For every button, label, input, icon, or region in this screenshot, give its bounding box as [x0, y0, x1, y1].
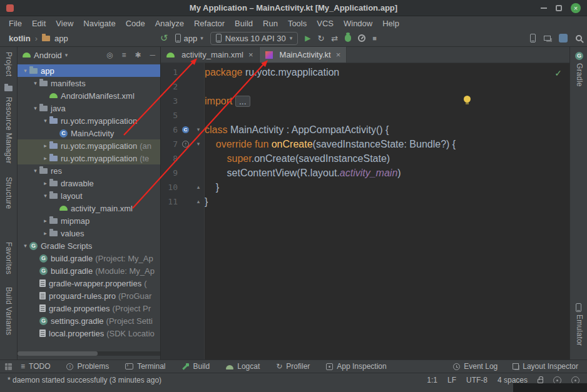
- file-encoding[interactable]: UTF-8: [466, 376, 487, 384]
- inspection-ok-icon[interactable]: ✓: [554, 68, 562, 78]
- tree-item-values[interactable]: ▸values: [18, 227, 160, 239]
- breadcrumb-module[interactable]: kotlin: [9, 34, 31, 43]
- tool-windows-quick-access-icon[interactable]: [5, 363, 12, 370]
- tree-item-gradle-scripts[interactable]: ▾Gradle Scripts: [18, 239, 160, 252]
- settings-icon[interactable]: ✱: [135, 51, 141, 59]
- maximize-button[interactable]: [556, 5, 562, 11]
- tree-item-build-gradle[interactable]: build.gradle(Project: My_Ap: [18, 252, 160, 264]
- chevron-right-icon[interactable]: ▸: [41, 230, 49, 236]
- line-number[interactable]: 9: [161, 166, 178, 180]
- tool-button-terminal[interactable]: Terminal: [125, 362, 165, 371]
- tree-item-mainactivity[interactable]: MainActivity: [18, 127, 160, 139]
- collapse-all-icon[interactable]: ≡: [121, 51, 126, 59]
- tree-item-layout[interactable]: ▾layout: [18, 189, 160, 202]
- line-number[interactable]: 10: [161, 180, 178, 194]
- line-number[interactable]: 5: [161, 108, 178, 123]
- tree-item-activity-main-xml[interactable]: activity_main.xml: [18, 202, 160, 214]
- tool-button-project[interactable]: Project: [4, 52, 13, 76]
- tree-item-res[interactable]: ▾res: [18, 164, 160, 177]
- layout-validation-icon[interactable]: [544, 36, 551, 41]
- line-number[interactable]: 1: [161, 65, 178, 79]
- project-view-select[interactable]: Android: [34, 51, 62, 60]
- menu-edit[interactable]: Edit: [27, 19, 51, 28]
- tool-button-build[interactable]: Build: [182, 362, 210, 371]
- chevron-down-icon[interactable]: ▾: [41, 118, 49, 124]
- tree-item-settings-gradle[interactable]: settings.gradle(Project Setti: [18, 314, 160, 327]
- gradle-icon[interactable]: [575, 52, 583, 60]
- line-number[interactable]: 6: [161, 123, 178, 137]
- tab-mainactivity-kt[interactable]: MainActivity.kt×: [260, 47, 347, 63]
- search-everywhere-icon[interactable]: [576, 35, 582, 41]
- caret-position[interactable]: 1:1: [427, 376, 437, 384]
- favorites-folder-icon[interactable]: [4, 86, 13, 91]
- sync-project-icon[interactable]: ↺: [160, 33, 168, 44]
- chevron-down-icon[interactable]: ▾: [31, 168, 39, 174]
- tree-item-ru-yotc-myapplication[interactable]: ▾ru.yotc.myapplication: [18, 114, 160, 127]
- status-message[interactable]: * daemon started successfully (3 minutes…: [8, 376, 427, 384]
- emulator-icon[interactable]: [576, 303, 581, 312]
- menu-build[interactable]: Build: [230, 19, 258, 28]
- menu-analyze[interactable]: Analyze: [150, 19, 189, 28]
- line-number[interactable]: 3: [161, 94, 178, 108]
- tool-button-todo[interactable]: TODO: [21, 362, 50, 371]
- tool-button-app-inspection[interactable]: App Inspection: [326, 362, 386, 371]
- menu-refactor[interactable]: Refactor: [189, 19, 230, 28]
- chevron-down-icon[interactable]: ▾: [31, 80, 39, 86]
- menu-window[interactable]: Window: [339, 19, 377, 28]
- chevron-right-icon[interactable]: ▸: [41, 143, 49, 149]
- menu-code[interactable]: Code: [121, 19, 150, 28]
- run-button[interactable]: ▶: [305, 34, 310, 43]
- class-gutter-icon[interactable]: [182, 126, 189, 133]
- fold-marker-icon[interactable]: ▾: [193, 123, 203, 137]
- menu-help[interactable]: Help: [377, 19, 404, 28]
- tree-item-app[interactable]: ▾app: [18, 64, 160, 77]
- chevron-down-icon[interactable]: ▾: [41, 193, 49, 199]
- tool-button-problems[interactable]: Problems: [66, 362, 109, 371]
- tool-button-logcat[interactable]: Logcat: [226, 362, 260, 371]
- chevron-right-icon[interactable]: ▸: [41, 180, 49, 186]
- menu-run[interactable]: Run: [258, 19, 283, 28]
- tree-item-androidmanifest-xml[interactable]: AndroidManifest.xml: [18, 89, 160, 102]
- apply-changes-icon[interactable]: ↻: [317, 34, 324, 43]
- tree-item-proguard-rules-pro[interactable]: proguard-rules.pro(ProGuar: [18, 289, 160, 302]
- readonly-lock-icon[interactable]: [538, 379, 543, 383]
- chevron-down-icon[interactable]: ▾: [21, 68, 29, 74]
- device-select[interactable]: Nexus 10 API 30 ▾: [210, 32, 298, 45]
- code-editor[interactable]: 1package ru.yotc.myapplication23import .…: [161, 63, 569, 359]
- line-number[interactable]: 8: [161, 151, 178, 166]
- tree-item-ru-yotc-myapplication[interactable]: ▸ru.yotc.myapplication(an: [18, 139, 160, 152]
- profile-icon[interactable]: [559, 34, 568, 43]
- locate-file-icon[interactable]: ◎: [106, 51, 113, 59]
- horizontal-scrollbar[interactable]: [18, 351, 161, 356]
- minimize-button[interactable]: [541, 8, 547, 9]
- tab-close-icon[interactable]: ×: [248, 50, 253, 59]
- tool-button-emulator[interactable]: Emulator: [575, 314, 584, 346]
- tree-item-drawable[interactable]: ▸drawable: [18, 177, 160, 189]
- tree-item-local-properties[interactable]: local.properties(SDK Locatio: [18, 327, 160, 339]
- menu-tools[interactable]: Tools: [283, 19, 312, 28]
- line-number[interactable]: 11: [161, 194, 178, 209]
- debug-icon[interactable]: [345, 34, 351, 42]
- tool-button-resource-manager[interactable]: Resource Manager: [4, 97, 13, 164]
- tab-close-icon[interactable]: ×: [336, 50, 341, 59]
- device-manager-icon[interactable]: [530, 34, 536, 43]
- tool-button-favorites[interactable]: Favorites: [4, 242, 13, 274]
- tree-item-build-gradle[interactable]: build.gradle(Module: My_Ap: [18, 264, 160, 277]
- tool-button-layout-inspector[interactable]: Layout Inspector: [513, 362, 578, 371]
- run-config-select[interactable]: app ▾: [175, 34, 203, 43]
- breadcrumb-folder[interactable]: app: [54, 34, 68, 43]
- tree-item-gradle-properties[interactable]: gradle.properties(Project Pr: [18, 302, 160, 314]
- menu-navigate[interactable]: Navigate: [78, 19, 120, 28]
- menu-vcs[interactable]: VCS: [312, 19, 339, 28]
- intention-bulb-icon[interactable]: [464, 96, 471, 103]
- chevron-down-icon[interactable]: ▾: [31, 105, 39, 111]
- profile-app-icon[interactable]: [358, 34, 365, 42]
- chevron-right-icon[interactable]: ▸: [41, 218, 49, 224]
- tree-item-java[interactable]: ▾java: [18, 102, 160, 114]
- apply-code-changes-icon[interactable]: ⇄: [331, 34, 338, 43]
- close-button[interactable]: ×: [571, 3, 581, 13]
- hide-panel-icon[interactable]: ─: [150, 51, 155, 59]
- tool-button-build-variants[interactable]: Build Variants: [4, 287, 13, 335]
- tree-item-manifests[interactable]: ▾manifests: [18, 77, 160, 89]
- tool-button-event-log[interactable]: Event Log: [453, 362, 498, 371]
